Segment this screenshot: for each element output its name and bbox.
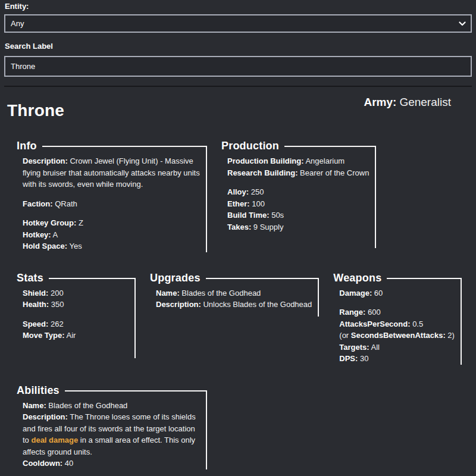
section-info: InfoDescription: Crown Jewel (Flying Uni… xyxy=(17,139,207,252)
divider xyxy=(4,86,472,87)
section-title-abilities: Abilities xyxy=(17,384,65,397)
section-paragraph: Name: Blades of the GodheadDescription: … xyxy=(156,287,312,311)
section-paragraph: Shield: 200Health: 350 xyxy=(23,287,129,311)
section-content-abilities: Name: Blades of the GodheadDescription: … xyxy=(17,397,207,469)
section-paragraph: Alloy: 250Ether: 100Build Time: 50sTakes… xyxy=(227,186,369,233)
section-paragraph: Speed: 262Move Type: Air xyxy=(23,318,129,342)
section-right-border xyxy=(375,146,376,248)
section-header-line xyxy=(49,278,136,279)
section-title-weapons: Weapons xyxy=(333,271,387,284)
section-content-info: Description: Crown Jewel (Flying Unit) -… xyxy=(17,152,207,252)
section-production: ProductionProduction Building: Angelariu… xyxy=(221,139,376,248)
army-value: Generalist xyxy=(399,96,451,108)
section-stats: StatsShield: 200Health: 350Speed: 262Mov… xyxy=(17,271,136,358)
section-header: Upgrades xyxy=(150,271,319,284)
section-header: Stats xyxy=(17,271,136,284)
section-paragraph: Faction: QRath xyxy=(23,198,200,210)
entity-label: Entity: xyxy=(5,2,472,11)
section-right-border xyxy=(461,278,462,365)
section-header-line xyxy=(206,278,320,279)
section-header-line xyxy=(284,146,376,147)
section-content-production: Production Building: AngelariumResearch … xyxy=(221,152,376,233)
section-paragraph: Hotkey Group: ZHotkey: AHold Space: Yes xyxy=(23,217,200,252)
section-title-info: Info xyxy=(17,139,42,152)
section-right-border xyxy=(206,146,207,252)
section-right-border xyxy=(134,278,136,358)
section-upgrades: UpgradesName: Blades of the GodheadDescr… xyxy=(150,271,319,317)
section-paragraph: Name: Blades of the GodheadDescription: … xyxy=(23,400,200,469)
section-header: Abilities xyxy=(17,384,207,397)
section-right-border xyxy=(318,278,319,317)
section-paragraph: Damage: 60 xyxy=(339,287,455,299)
section-title-production: Production xyxy=(221,139,284,152)
section-header-line xyxy=(65,390,207,392)
army: Army:Generalist xyxy=(364,96,451,109)
section-header: Production xyxy=(221,139,376,152)
entity-select[interactable]: Any xyxy=(4,14,472,33)
section-header: Info xyxy=(17,139,207,152)
section-paragraph: Description: Crown Jewel (Flying Unit) -… xyxy=(23,155,200,190)
section-content-weapons: Damage: 60Range: 600AttacksPerSecond: 0.… xyxy=(333,284,462,365)
section-right-border xyxy=(206,390,207,469)
search-input[interactable] xyxy=(4,56,472,77)
section-weapons: WeaponsDamage: 60Range: 600AttacksPerSec… xyxy=(333,271,462,365)
section-header-line xyxy=(387,278,462,279)
section-header: Weapons xyxy=(333,271,462,284)
army-label: Army: xyxy=(364,96,396,108)
section-paragraph: Range: 600AttacksPerSecond: 0.5(or Secon… xyxy=(339,306,455,365)
search-label: Search Label xyxy=(5,42,472,51)
section-abilities: AbilitiesName: Blades of the GodheadDesc… xyxy=(17,384,207,469)
filter-form: Entity: Any Search Label xyxy=(0,0,476,77)
sections: InfoDescription: Crown Jewel (Flying Uni… xyxy=(17,139,470,469)
section-content-stats: Shield: 200Health: 350Speed: 262Move Typ… xyxy=(17,284,136,342)
section-title-stats: Stats xyxy=(17,271,49,284)
section-header-line xyxy=(42,146,207,147)
section-content-upgrades: Name: Blades of the GodheadDescription: … xyxy=(150,284,319,311)
entity-select-wrap: Any xyxy=(4,14,472,33)
section-paragraph: Production Building: AngelariumResearch … xyxy=(227,155,369,178)
section-title-upgrades: Upgrades xyxy=(150,271,206,284)
